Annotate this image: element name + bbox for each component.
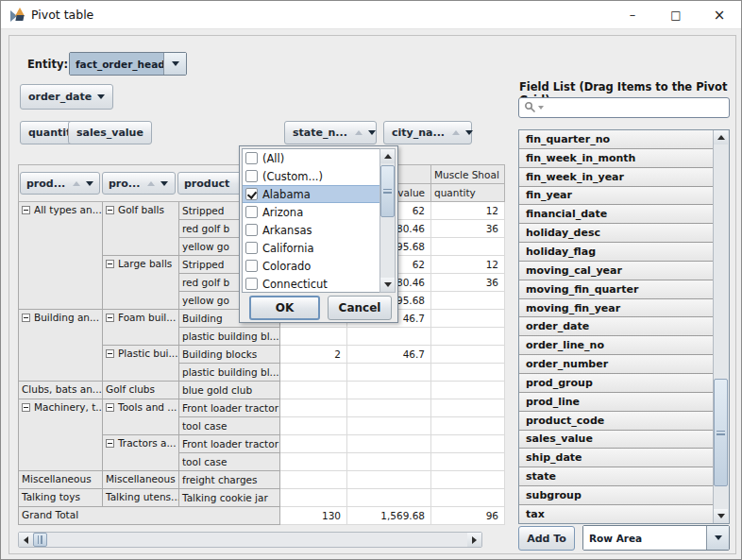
value-cell: 2 <box>280 346 347 364</box>
filter-dropdown-icon[interactable] <box>160 181 168 186</box>
filter-item[interactable]: Colorado <box>243 257 379 275</box>
field-list-scrollbar-thumb[interactable] <box>714 379 728 486</box>
field-item[interactable]: order_date <box>519 317 713 336</box>
scroll-down-icon[interactable] <box>380 278 395 292</box>
data-field-label: sales_value <box>76 127 143 139</box>
value-cell: 12 <box>431 256 505 274</box>
dropdown-arrow-icon[interactable] <box>97 94 105 99</box>
row-group-cell: Tools and ... <box>103 399 179 435</box>
field-item[interactable]: prod_group <box>519 374 713 393</box>
field-item[interactable]: ship_date <box>519 449 713 467</box>
ok-button[interactable]: OK <box>249 296 320 320</box>
search-input[interactable] <box>544 100 729 115</box>
filter-item[interactable]: Connecticut <box>243 275 379 293</box>
filter-item[interactable]: (Custom...) <box>243 167 379 185</box>
filter-item[interactable]: California <box>243 239 379 257</box>
header-button-label: product <box>184 178 229 190</box>
filter-item[interactable]: (All) <box>243 149 379 167</box>
popup-scrollbar-thumb[interactable] <box>380 165 395 217</box>
field-item[interactable]: order_line_no <box>519 336 713 355</box>
product-cell: Front loader tractor <box>179 435 280 453</box>
collapse-icon[interactable] <box>22 403 30 412</box>
collapse-icon[interactable] <box>22 314 30 322</box>
cancel-button[interactable]: Cancel <box>328 296 392 320</box>
collapse-icon[interactable] <box>106 349 114 358</box>
collapse-icon[interactable] <box>106 206 114 214</box>
data-field-sales-value[interactable]: sales_value <box>68 121 152 144</box>
field-list-scrollbar[interactable] <box>713 130 729 523</box>
field-item[interactable]: subgroup <box>519 486 713 505</box>
field-item[interactable]: moving_cal_year <box>519 262 713 280</box>
field-item[interactable]: financial_date <box>519 205 713 224</box>
product-cell: plastic building bl... <box>179 364 280 382</box>
scroll-up-icon[interactable] <box>714 130 728 144</box>
horizontal-scrollbar-thumb[interactable] <box>33 533 47 547</box>
value-cell <box>280 435 347 453</box>
value-cell <box>347 435 431 453</box>
collapse-icon[interactable] <box>22 206 30 214</box>
checkbox-icon[interactable] <box>245 224 258 236</box>
header-button-prod-group[interactable]: prod... <box>20 172 100 195</box>
field-list: fin_quarter_no fin_week_in_month fin_wee… <box>518 129 730 524</box>
field-item[interactable]: fin_week_in_month <box>519 149 713 168</box>
minimize-icon[interactable]: – <box>611 1 654 29</box>
checkbox-icon[interactable] <box>245 170 258 182</box>
field-item[interactable]: order_number <box>519 355 713 374</box>
checkbox-checked-icon[interactable] <box>245 188 258 200</box>
collapse-icon[interactable] <box>106 260 114 268</box>
field-item[interactable]: fin_quarter_no <box>519 130 713 149</box>
horizontal-scrollbar[interactable] <box>18 532 482 548</box>
column-field-state-name[interactable]: state_n... <box>284 121 377 144</box>
field-search-box[interactable] <box>518 97 730 118</box>
collapse-icon[interactable] <box>106 439 114 448</box>
collapse-icon[interactable] <box>106 403 114 412</box>
maximize-icon[interactable]: □ <box>654 1 698 29</box>
column-field-city-name[interactable]: city_na... <box>383 121 472 144</box>
filter-item[interactable]: Arizona <box>243 203 379 221</box>
header-button-prod-line[interactable]: pro... <box>102 172 176 195</box>
field-item[interactable]: holiday_desc <box>519 224 713 243</box>
field-item[interactable]: fin_year <box>519 187 713 206</box>
value-cell <box>347 364 431 382</box>
filter-item[interactable]: Arkansas <box>243 221 379 239</box>
filter-item-selected[interactable]: Alabama <box>243 185 379 203</box>
row-field-label: order_date <box>28 91 92 103</box>
value-cell: 96 <box>431 507 505 525</box>
target-area-value: Row Area <box>583 526 706 550</box>
field-item[interactable]: prod_line <box>519 393 713 412</box>
field-item[interactable]: moving_fin_year <box>519 299 713 318</box>
filter-dropdown-icon[interactable] <box>465 130 473 135</box>
chevron-down-icon[interactable] <box>706 526 729 550</box>
close-icon[interactable]: × <box>698 1 741 29</box>
filter-dropdown-icon[interactable] <box>368 130 376 135</box>
checkbox-icon[interactable] <box>245 206 258 218</box>
scroll-down-icon[interactable] <box>714 509 728 523</box>
field-item[interactable]: sales_value <box>519 431 713 450</box>
popup-vertical-scrollbar[interactable] <box>379 148 396 293</box>
checkbox-icon[interactable] <box>245 278 258 290</box>
add-to-button[interactable]: Add To <box>518 526 575 551</box>
checkbox-icon[interactable] <box>245 152 258 164</box>
product-cell: Talking cookie jar <box>179 489 280 507</box>
filter-list: (All) (Custom...) Alabama Arizona Arkans… <box>242 148 380 293</box>
field-item[interactable]: tax <box>519 505 713 524</box>
field-item[interactable]: state <box>519 467 713 486</box>
scroll-right-icon[interactable] <box>467 533 481 547</box>
row-field-order-date[interactable]: order_date <box>20 84 113 110</box>
field-item[interactable]: moving_fin_quarter <box>519 280 713 299</box>
chevron-down-icon[interactable] <box>163 53 186 75</box>
entity-combobox[interactable]: fact_order_header <box>69 52 187 76</box>
scroll-left-icon[interactable] <box>19 533 33 547</box>
filter-dropdown-icon[interactable] <box>86 181 93 186</box>
checkbox-icon[interactable] <box>245 242 258 254</box>
field-item[interactable]: holiday_flag <box>519 243 713 262</box>
field-item[interactable]: product_code <box>519 412 713 431</box>
target-area-combobox[interactable]: Row Area <box>582 525 730 551</box>
collapse-icon[interactable] <box>106 314 114 322</box>
scroll-up-icon[interactable] <box>380 149 395 163</box>
value-cell <box>431 310 505 328</box>
checkbox-icon[interactable] <box>245 260 258 272</box>
field-item[interactable]: fin_week_in_year <box>519 168 713 187</box>
pivot-table-window: Pivot table – □ × Entity: fact_order_hea… <box>0 0 742 560</box>
title-bar: Pivot table – □ × <box>1 1 741 29</box>
